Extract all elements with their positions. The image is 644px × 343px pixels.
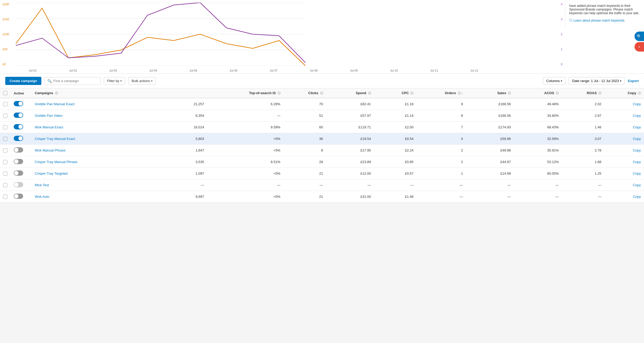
campaign-link[interactable]: Wok Manual Phrase (35, 148, 66, 152)
row-checkbox[interactable] (3, 125, 7, 129)
row-checkbox[interactable] (3, 172, 7, 176)
row-name-cell: Wok Auto (32, 191, 165, 203)
header-orders: Orders ⓘ ↓ (417, 88, 466, 98)
row-name-cell: Crisper Tray Manual Exact (32, 133, 165, 145)
campaign-link[interactable]: Wok Manual Exact (35, 125, 63, 129)
row-clicks-cell: — (284, 179, 326, 191)
row-roas-cell: — (562, 191, 605, 203)
campaign-link[interactable]: Crisper Tray Manual Phrase (35, 160, 77, 164)
active-toggle[interactable] (14, 124, 23, 129)
active-toggle[interactable] (14, 101, 23, 106)
row-orders-cell: 7 (417, 122, 466, 133)
row-name-cell: Griddle Pan Video (32, 110, 165, 122)
row-cpc-cell: £0.54 (374, 133, 417, 145)
row-col4-cell: — (165, 179, 207, 191)
row-active-cell (11, 122, 32, 133)
search-input[interactable] (53, 79, 98, 83)
campaigns-info-icon: ⓘ (55, 92, 58, 95)
learn-link[interactable]: ⓘ Learn about phrase match keywords (569, 18, 640, 23)
date-range-button[interactable]: Date range: 1 Jul - 12 Jul 2023 (569, 77, 625, 85)
notification-badge[interactable]: ● (635, 42, 644, 52)
table-row: Crisper Tray Manual Phrase 3,535 8.51% 2… (0, 156, 644, 168)
row-checkbox[interactable] (3, 160, 7, 164)
active-toggle[interactable] (14, 136, 23, 141)
row-acos-cell: 68.43% (514, 122, 562, 133)
acos-info-icon: ⓘ (556, 92, 559, 95)
row-acos-cell: 49.48% (514, 98, 562, 110)
row-acos-cell: 53.12% (514, 156, 562, 168)
copy-button[interactable]: Copy (633, 183, 641, 187)
row-checkbox[interactable] (3, 195, 7, 199)
row-sales-cell: £49.98 (466, 145, 514, 156)
cpc-info-icon: ⓘ (410, 92, 413, 95)
row-cpc-cell: £1.18 (374, 98, 417, 110)
copy-button[interactable]: Copy (633, 172, 641, 175)
row-name-cell: Mick Test (32, 179, 165, 191)
campaign-link[interactable]: Griddle Pan Video (35, 114, 62, 118)
active-toggle[interactable] (14, 159, 23, 164)
chart-section: £200 £150 £100 £50 £0 4 3 2 1 0 have add… (0, 0, 644, 74)
table-row: Griddle Pan Video 6,354 — 51 £57.97 £1.1… (0, 110, 644, 122)
row-col4-cell: 3,535 (165, 156, 207, 168)
create-campaign-button[interactable]: Create campaign (5, 77, 41, 85)
copy-button[interactable]: Copy (633, 195, 641, 199)
row-col4-cell: 1,097 (165, 168, 207, 179)
row-checkbox[interactable] (3, 148, 7, 153)
campaign-link[interactable]: Mick Test (35, 183, 49, 187)
copy-button[interactable]: Copy (633, 102, 641, 106)
row-col4-cell: 6,354 (165, 110, 207, 122)
select-all-checkbox[interactable] (3, 91, 7, 95)
row-spend-cell: £19.54 (326, 133, 374, 145)
active-toggle[interactable] (14, 147, 23, 153)
export-button[interactable]: Export (628, 79, 639, 83)
row-clicks-cell: 70 (284, 98, 326, 110)
table-row: Crisper Tray Manual Exact 5,803 <5% 36 £… (0, 133, 644, 145)
row-checkbox[interactable] (3, 114, 7, 118)
copy-button[interactable]: Copy (633, 125, 641, 129)
campaign-link[interactable]: Wok Auto (35, 195, 49, 199)
row-copy-cell: Copy (605, 122, 644, 133)
row-name-cell: Wok Manual Phrase (32, 145, 165, 156)
active-toggle[interactable] (14, 182, 23, 187)
row-checkbox[interactable] (3, 102, 7, 106)
campaign-link[interactable]: Griddle Pan Manual Exact (35, 102, 75, 106)
row-active-cell (11, 168, 32, 179)
active-toggle[interactable] (14, 113, 23, 118)
table-container: Active Campaigns ⓘ Top-of-search IS ⓘ Cl… (0, 88, 644, 203)
header-spend: Spend ⓘ (326, 88, 374, 98)
row-sales-cell: £166.56 (466, 110, 514, 122)
row-clicks-cell: 21 (284, 191, 326, 203)
row-sales-cell: £174.93 (466, 122, 514, 133)
row-acos-cell: 32.59% (514, 133, 562, 145)
filter-by-button[interactable]: Filter by (104, 77, 125, 85)
orders-sort-icon[interactable]: ↓ (462, 92, 463, 95)
active-toggle[interactable] (14, 194, 23, 199)
columns-button[interactable]: Columns (543, 77, 566, 85)
copy-button[interactable]: Copy (633, 114, 641, 118)
y-axis-right: 4 3 2 1 0 (561, 3, 562, 66)
chat-icon[interactable]: 🔍 (635, 32, 644, 41)
bulk-actions-button[interactable]: Bulk actions (128, 77, 156, 85)
row-col4-cell: 16,014 (165, 122, 207, 133)
row-spend-cell: £12.00 (326, 168, 374, 179)
row-copy-cell: Copy (605, 110, 644, 122)
active-toggle[interactable] (14, 170, 23, 176)
header-cpc: CPC ⓘ (374, 88, 417, 98)
table-header-row: Active Campaigns ⓘ Top-of-search IS ⓘ Cl… (0, 88, 644, 98)
copy-button[interactable]: Copy (633, 148, 641, 152)
row-cpc-cell: £2.24 (374, 145, 417, 156)
row-checkbox[interactable] (3, 137, 7, 141)
header-clicks: Clicks ⓘ (284, 88, 326, 98)
campaign-link[interactable]: Crisper Tray Targeted (35, 172, 68, 175)
sales-info-icon: ⓘ (508, 92, 511, 95)
copy-button[interactable]: Copy (633, 137, 641, 141)
chart-svg (16, 3, 305, 66)
row-orders-cell: 2 (417, 156, 466, 168)
row-top-search-cell: 8.51% (207, 156, 284, 168)
row-checkbox[interactable] (3, 183, 7, 187)
campaign-link[interactable]: Crisper Tray Manual Exact (35, 137, 75, 141)
row-cpc-cell: £2.00 (374, 122, 417, 133)
copy-button[interactable]: Copy (633, 160, 641, 164)
row-copy-cell: Copy (605, 156, 644, 168)
notification-panel: have added phrase match keywords to thei… (565, 0, 644, 27)
